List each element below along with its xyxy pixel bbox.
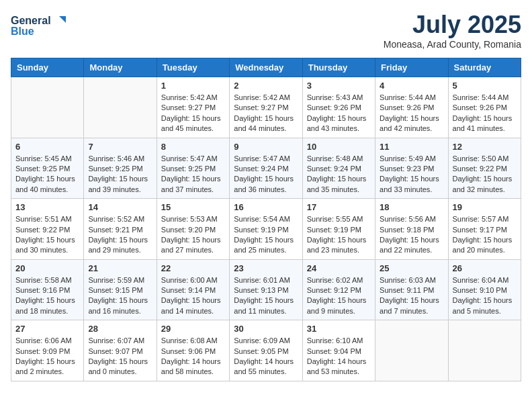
sunrise: Sunrise: 5:42 AM bbox=[234, 93, 290, 101]
sunset: Sunset: 9:04 PM bbox=[307, 347, 361, 355]
day-number: 27 bbox=[15, 324, 79, 334]
calendar-cell: 23Sunrise: 6:01 AMSunset: 9:13 PMDayligh… bbox=[230, 259, 302, 320]
cell-content: Sunrise: 5:56 AMSunset: 9:18 PMDaylight:… bbox=[380, 214, 443, 256]
sunset: Sunset: 9:13 PM bbox=[234, 286, 288, 294]
cell-content: Sunrise: 6:08 AMSunset: 9:06 PMDaylight:… bbox=[161, 336, 225, 377]
sunset: Sunset: 9:19 PM bbox=[307, 226, 361, 234]
cell-content: Sunrise: 6:06 AMSunset: 9:09 PMDaylight:… bbox=[15, 336, 79, 377]
calendar-cell: 9Sunrise: 5:47 AMSunset: 9:24 PMDaylight… bbox=[230, 138, 302, 199]
calendar-cell: 15Sunrise: 5:53 AMSunset: 9:20 PMDayligh… bbox=[157, 199, 229, 260]
day-number: 26 bbox=[453, 263, 517, 273]
calendar-cell: 30Sunrise: 6:09 AMSunset: 9:05 PMDayligh… bbox=[230, 320, 302, 381]
sunset: Sunset: 9:07 PM bbox=[88, 347, 142, 355]
day-number: 21 bbox=[88, 263, 152, 273]
sunset: Sunset: 9:09 PM bbox=[15, 347, 70, 355]
cell-content: Sunrise: 5:58 AMSunset: 9:16 PMDaylight:… bbox=[15, 275, 79, 317]
day-number: 18 bbox=[380, 202, 443, 212]
daylight: Daylight: 15 hours and 37 minutes. bbox=[161, 175, 221, 193]
calendar-cell: 17Sunrise: 5:55 AMSunset: 9:19 PMDayligh… bbox=[302, 199, 375, 260]
cell-content: Sunrise: 5:51 AMSunset: 9:22 PMDaylight:… bbox=[15, 214, 79, 256]
calendar-cell: 11Sunrise: 5:49 AMSunset: 9:23 PMDayligh… bbox=[375, 138, 448, 199]
page-header: General Blue July 2025 Moneasa, Arad Cou… bbox=[11, 11, 521, 50]
calendar-week-0: 1Sunrise: 5:42 AMSunset: 9:27 PMDaylight… bbox=[11, 77, 521, 138]
sunset: Sunset: 9:22 PM bbox=[453, 165, 507, 173]
sunrise: Sunrise: 5:46 AM bbox=[88, 154, 144, 163]
sunset: Sunset: 9:19 PM bbox=[234, 226, 288, 234]
month-title: July 2025 bbox=[384, 11, 521, 39]
calendar-cell: 28Sunrise: 6:07 AMSunset: 9:07 PMDayligh… bbox=[84, 320, 157, 381]
daylight: Daylight: 15 hours and 39 minutes. bbox=[88, 175, 148, 193]
sunrise: Sunrise: 6:10 AM bbox=[307, 336, 363, 345]
header-wednesday: Wednesday bbox=[230, 58, 302, 77]
daylight: Daylight: 15 hours and 40 minutes. bbox=[15, 175, 75, 193]
svg-text:General: General bbox=[11, 15, 51, 26]
calendar-week-2: 13Sunrise: 5:51 AMSunset: 9:22 PMDayligh… bbox=[11, 199, 521, 260]
sunrise: Sunrise: 6:01 AM bbox=[234, 276, 290, 284]
header-tuesday: Tuesday bbox=[157, 58, 229, 77]
calendar-cell: 22Sunrise: 6:00 AMSunset: 9:14 PMDayligh… bbox=[157, 259, 229, 320]
sunrise: Sunrise: 6:08 AM bbox=[161, 336, 218, 345]
calendar-cell: 18Sunrise: 5:56 AMSunset: 9:18 PMDayligh… bbox=[375, 199, 448, 260]
sunrise: Sunrise: 5:45 AM bbox=[15, 154, 72, 163]
daylight: Daylight: 15 hours and 11 minutes. bbox=[234, 296, 294, 314]
calendar-week-3: 20Sunrise: 5:58 AMSunset: 9:16 PMDayligh… bbox=[11, 259, 521, 320]
sunrise: Sunrise: 5:53 AM bbox=[161, 215, 218, 223]
calendar-cell: 19Sunrise: 5:57 AMSunset: 9:17 PMDayligh… bbox=[448, 199, 521, 260]
cell-content: Sunrise: 5:52 AMSunset: 9:21 PMDaylight:… bbox=[88, 214, 152, 256]
calendar-cell: 2Sunrise: 5:42 AMSunset: 9:27 PMDaylight… bbox=[230, 77, 302, 138]
daylight: Daylight: 15 hours and 16 minutes. bbox=[88, 296, 148, 314]
cell-content: Sunrise: 5:47 AMSunset: 9:24 PMDaylight:… bbox=[234, 154, 298, 195]
calendar-cell: 14Sunrise: 5:52 AMSunset: 9:21 PMDayligh… bbox=[84, 199, 157, 260]
calendar-cell: 10Sunrise: 5:48 AMSunset: 9:24 PMDayligh… bbox=[302, 138, 375, 199]
sunrise: Sunrise: 5:47 AM bbox=[234, 154, 290, 163]
calendar-cell: 1Sunrise: 5:42 AMSunset: 9:27 PMDaylight… bbox=[157, 77, 229, 138]
day-number: 24 bbox=[307, 263, 371, 273]
cell-content: Sunrise: 5:46 AMSunset: 9:25 PMDaylight:… bbox=[88, 154, 152, 195]
sunrise: Sunrise: 6:00 AM bbox=[161, 276, 218, 284]
sunrise: Sunrise: 5:42 AM bbox=[161, 93, 218, 101]
daylight: Daylight: 15 hours and 44 minutes. bbox=[234, 114, 294, 132]
daylight: Daylight: 15 hours and 2 minutes. bbox=[15, 357, 75, 375]
day-number: 19 bbox=[453, 202, 517, 212]
daylight: Daylight: 15 hours and 45 minutes. bbox=[161, 114, 221, 132]
sunset: Sunset: 9:16 PM bbox=[15, 286, 70, 294]
location: Moneasa, Arad County, Romania bbox=[384, 39, 521, 50]
day-number: 2 bbox=[234, 81, 298, 91]
day-number: 15 bbox=[161, 202, 225, 212]
cell-content: Sunrise: 6:07 AMSunset: 9:07 PMDaylight:… bbox=[88, 336, 152, 377]
sunset: Sunset: 9:10 PM bbox=[453, 286, 507, 294]
sunset: Sunset: 9:15 PM bbox=[88, 286, 142, 294]
calendar-cell: 27Sunrise: 6:06 AMSunset: 9:09 PMDayligh… bbox=[11, 320, 84, 381]
sunrise: Sunrise: 5:51 AM bbox=[15, 215, 72, 223]
cell-content: Sunrise: 5:43 AMSunset: 9:26 PMDaylight:… bbox=[307, 93, 371, 134]
sunset: Sunset: 9:20 PM bbox=[161, 226, 216, 234]
sunrise: Sunrise: 5:54 AM bbox=[234, 215, 290, 223]
cell-content: Sunrise: 5:44 AMSunset: 9:26 PMDaylight:… bbox=[380, 93, 443, 134]
day-number: 20 bbox=[15, 263, 79, 273]
sunrise: Sunrise: 6:07 AM bbox=[88, 336, 144, 345]
calendar-cell: 3Sunrise: 5:43 AMSunset: 9:26 PMDaylight… bbox=[302, 77, 375, 138]
sunrise: Sunrise: 5:55 AM bbox=[307, 215, 363, 223]
header-sunday: Sunday bbox=[11, 58, 84, 77]
calendar-cell: 21Sunrise: 5:59 AMSunset: 9:15 PMDayligh… bbox=[84, 259, 157, 320]
daylight: Daylight: 15 hours and 35 minutes. bbox=[307, 175, 367, 193]
sunrise: Sunrise: 5:48 AM bbox=[307, 154, 363, 163]
cell-content: Sunrise: 5:50 AMSunset: 9:22 PMDaylight:… bbox=[453, 154, 517, 195]
calendar-cell: 8Sunrise: 5:47 AMSunset: 9:25 PMDaylight… bbox=[157, 138, 229, 199]
calendar-cell: 4Sunrise: 5:44 AMSunset: 9:26 PMDaylight… bbox=[375, 77, 448, 138]
day-number: 25 bbox=[380, 263, 443, 273]
sunrise: Sunrise: 6:09 AM bbox=[234, 336, 290, 345]
cell-content: Sunrise: 6:00 AMSunset: 9:14 PMDaylight:… bbox=[161, 275, 225, 317]
sunset: Sunset: 9:12 PM bbox=[307, 286, 361, 294]
sunset: Sunset: 9:17 PM bbox=[453, 226, 507, 234]
sunrise: Sunrise: 5:44 AM bbox=[453, 93, 509, 101]
sunset: Sunset: 9:11 PM bbox=[380, 286, 434, 294]
sunset: Sunset: 9:26 PM bbox=[453, 103, 507, 111]
day-number: 16 bbox=[234, 202, 298, 212]
cell-content: Sunrise: 5:59 AMSunset: 9:15 PMDaylight:… bbox=[88, 275, 152, 317]
day-number: 29 bbox=[161, 324, 225, 334]
daylight: Daylight: 15 hours and 22 minutes. bbox=[380, 236, 439, 254]
sunset: Sunset: 9:21 PM bbox=[88, 226, 142, 234]
sunset: Sunset: 9:05 PM bbox=[234, 347, 288, 355]
daylight: Daylight: 15 hours and 33 minutes. bbox=[380, 175, 439, 193]
